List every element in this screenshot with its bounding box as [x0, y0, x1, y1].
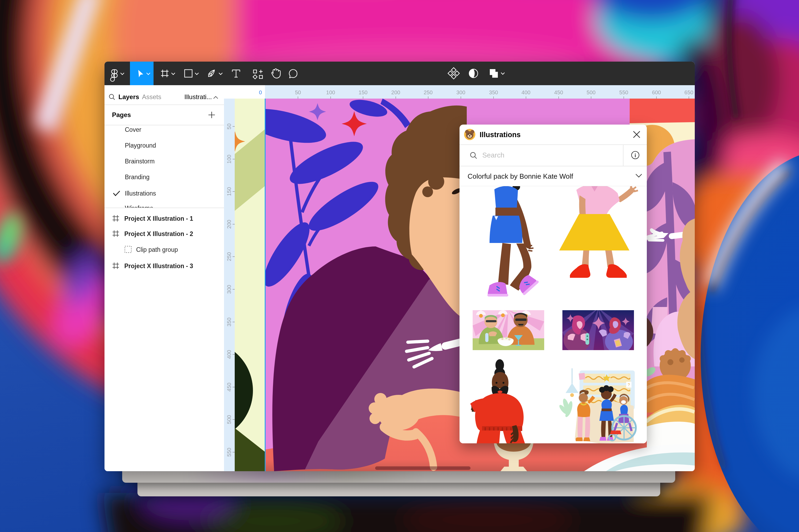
svg-text:500: 500 [587, 90, 595, 95]
svg-text:400: 400 [226, 350, 232, 359]
svg-text:Brainstorm: Brainstorm [125, 158, 155, 165]
svg-text:Project X Illustration - 1: Project X Illustration - 1 [124, 215, 193, 222]
svg-text:400: 400 [521, 90, 530, 95]
svg-text:Project X Illustration - 3: Project X Illustration - 3 [124, 263, 193, 269]
svg-text:200: 200 [226, 220, 232, 228]
svg-text:0: 0 [259, 90, 262, 95]
svg-text:Illustrations: Illustrations [480, 131, 520, 139]
svg-text:?: ? [628, 382, 630, 387]
svg-text:i: i [634, 152, 636, 158]
svg-text:50: 50 [226, 124, 232, 129]
svg-text:Assets: Assets [142, 93, 161, 100]
svg-text:650: 650 [684, 90, 693, 95]
svg-text:Layers: Layers [118, 93, 139, 100]
svg-text:Playground: Playground [125, 142, 156, 149]
svg-text:250: 250 [424, 90, 433, 95]
svg-text:Pages: Pages [112, 111, 131, 118]
svg-text:450: 450 [554, 90, 563, 95]
svg-text:550: 550 [226, 448, 232, 456]
svg-text:Search: Search [482, 151, 504, 159]
svg-text:100: 100 [326, 90, 335, 95]
svg-text:600: 600 [652, 90, 661, 95]
svg-text:Illustrations: Illustrations [125, 190, 156, 197]
svg-text:500: 500 [226, 415, 232, 424]
svg-text:Project X Illustration - 2: Project X Illustration - 2 [124, 230, 193, 238]
svg-text:250: 250 [226, 252, 232, 261]
svg-text:300: 300 [226, 285, 232, 293]
svg-text:Cover: Cover [125, 126, 141, 133]
svg-text:50: 50 [295, 90, 301, 95]
svg-text:100: 100 [226, 155, 232, 164]
svg-text:Illustrati...: Illustrati... [184, 93, 212, 100]
svg-text:350: 350 [489, 90, 498, 95]
svg-text:Branding: Branding [125, 174, 150, 180]
svg-text:550: 550 [619, 90, 628, 95]
svg-text:Colorful pack by Bonnie Kate W: Colorful pack by Bonnie Kate Wolf [468, 172, 573, 180]
svg-text:300: 300 [456, 90, 465, 95]
svg-text:Clip path group: Clip path group [136, 246, 178, 253]
svg-text:150: 150 [359, 90, 367, 95]
svg-text:350: 350 [226, 318, 232, 326]
svg-text:200: 200 [391, 90, 400, 95]
svg-text:450: 450 [226, 382, 232, 391]
svg-text:150: 150 [226, 187, 232, 196]
